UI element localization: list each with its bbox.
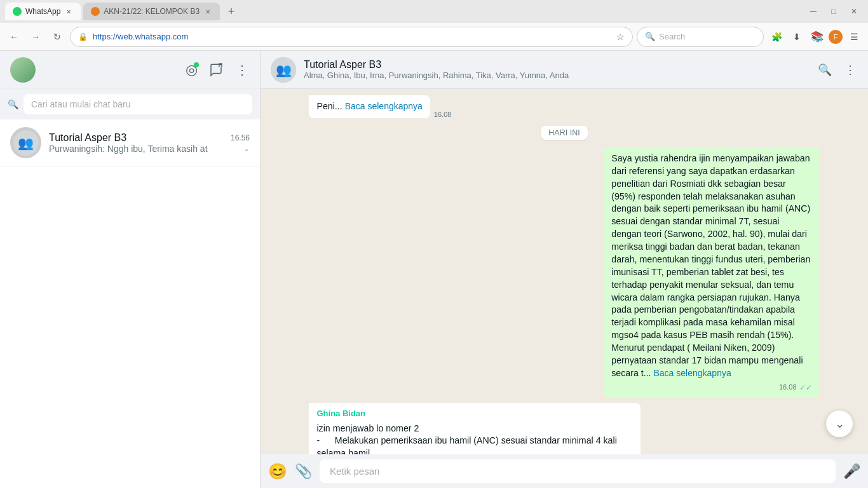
window-minimize[interactable]: ─	[804, 3, 822, 20]
bubble-preview: Peni... Baca selengkapnya	[309, 95, 430, 118]
menu-icon[interactable]: ☰	[845, 28, 863, 46]
read-more-preview[interactable]: Baca selengkapnya	[345, 101, 423, 111]
search-box: 🔍	[0, 89, 260, 119]
message-row-ghina: Ghina Bidan izin menjawab lo nomer 2 - M…	[309, 403, 819, 454]
nav-back[interactable]: ←	[5, 28, 23, 46]
tab-whatsapp[interactable]: WhatsApp ✕	[5, 3, 81, 20]
download-icon[interactable]: ⬇	[788, 28, 806, 46]
new-chat-icon[interactable]	[209, 62, 224, 78]
tab-label-akn: AKN-21/22: KELOMPOK B3	[104, 7, 200, 16]
chat-avatar-tutorial: 👥	[10, 127, 41, 158]
tab-label-whatsapp: WhatsApp	[25, 7, 60, 16]
bubble-sent: Saya yustia rahendra ijin menyampaikan j…	[604, 147, 819, 398]
nav-bar: ← → ↻ 🔒 https://web.whatsapp.com ☆ 🔍 Sea…	[0, 23, 868, 51]
chat-header-name: Tutorial Asper B3	[304, 59, 810, 71]
emoji-button[interactable]: 😊	[268, 463, 287, 480]
tab-akn[interactable]: AKN-21/22: KELOMPOK B3 ✕	[83, 3, 220, 20]
extensions-icon[interactable]: 🧩	[768, 28, 785, 46]
chat-header-members: Alma, Ghina, Ibu, Irna, Purwaningsih, Ra…	[304, 71, 749, 80]
message-row-sent: Saya yustia rahendra ijin menyampaikan j…	[309, 147, 819, 398]
day-divider: HARI INI	[309, 126, 819, 140]
bookmarks-icon[interactable]: 📚	[808, 28, 826, 46]
chat-item-tutorial[interactable]: 👥 Tutorial Asper B3 16.56 Purwaningsih: …	[0, 119, 260, 166]
bubble-sent-time: 16.08	[779, 383, 797, 392]
nav-icons: 🧩 ⬇ 📚 F ☰	[768, 28, 863, 46]
chat-list: 👥 Tutorial Asper B3 16.56 Purwaningsih: …	[0, 119, 260, 488]
chat-time: 16.56	[231, 133, 250, 142]
sidebar-icons: ◎ ⋮	[184, 62, 250, 78]
chat-preview: Purwaningsih: Nggh ibu, Terima kasih ata…	[49, 144, 208, 154]
address-text: https://web.whatsapp.com	[93, 32, 188, 41]
window-maximize[interactable]: □	[825, 3, 843, 20]
tab-close-whatsapp[interactable]: ✕	[64, 7, 73, 16]
sidebar: ◎ ⋮ 🔍 👥	[0, 51, 261, 488]
status-icon[interactable]: ◎	[184, 62, 199, 78]
chat-header: 👥 Tutorial Asper B3 Alma, Ghina, Ibu, Ir…	[261, 51, 868, 89]
tab-favicon-akn	[91, 7, 100, 16]
search-icon-sidebar: 🔍	[8, 99, 18, 109]
chat-name: Tutorial Asper B3	[49, 132, 126, 144]
time-preview: 16.08	[434, 111, 452, 118]
chevron-icon: ⌄	[243, 144, 250, 153]
chat-header-icons: 🔍 ⋮	[817, 62, 858, 78]
star-icon[interactable]: ☆	[616, 32, 625, 42]
scroll-to-bottom[interactable]: ⌄	[826, 410, 853, 437]
lock-icon: 🔒	[78, 32, 88, 41]
sender-name-ghina: Ghina Bidan	[316, 408, 633, 419]
message-input[interactable]	[320, 459, 836, 483]
chat-input-bar: 😊 📎 🎤	[261, 454, 868, 488]
status-dot	[194, 62, 199, 67]
sidebar-header: ◎ ⋮	[0, 51, 260, 89]
tab-bar: WhatsApp ✕ AKN-21/22: KELOMPOK B3 ✕ + ─ …	[0, 0, 868, 23]
tab-close-akn[interactable]: ✕	[203, 7, 212, 16]
chat-header-info: Tutorial Asper B3 Alma, Ghina, Ibu, Irna…	[304, 59, 810, 80]
search-bar[interactable]: 🔍 Search	[637, 27, 764, 47]
chat-area: 👥 Tutorial Asper B3 Alma, Ghina, Ibu, Ir…	[261, 51, 868, 488]
tab-favicon-whatsapp	[13, 7, 22, 16]
menu-dots-icon[interactable]: ⋮	[234, 62, 250, 78]
chat-info-tutorial: Tutorial Asper B3 16.56 Purwaningsih: Ng…	[49, 132, 250, 154]
nav-forward[interactable]: →	[27, 28, 44, 46]
window-close[interactable]: ✕	[845, 3, 863, 20]
message-row-preview: Peni... Baca selengkapnya 16.08	[309, 95, 819, 118]
chat-menu-icon[interactable]: ⋮	[843, 62, 858, 78]
nav-refresh[interactable]: ↻	[48, 28, 66, 46]
messages-container: Peni... Baca selengkapnya 16.08 HARI INI…	[261, 89, 868, 454]
avatar[interactable]	[10, 57, 36, 83]
attach-button[interactable]: 📎	[295, 463, 312, 480]
profile-icon[interactable]: F	[829, 30, 843, 44]
bubble-preview-text: Peni...	[316, 101, 342, 111]
mic-button[interactable]: 🎤	[843, 463, 860, 480]
group-avatar[interactable]: 👥	[271, 57, 296, 83]
bubble-ghina-text: izin menjawab lo nomer 2 - Melakukan pem…	[316, 423, 633, 454]
bubble-sent-text: Saya yustia rahendra ijin menyampaikan j…	[611, 153, 810, 378]
app-container: ◎ ⋮ 🔍 👥	[0, 51, 868, 488]
search-label: Search	[659, 32, 685, 41]
browser-chrome: WhatsApp ✕ AKN-21/22: KELOMPOK B3 ✕ + ─ …	[0, 0, 868, 51]
chat-search-icon[interactable]: 🔍	[817, 62, 832, 78]
search-icon: 🔍	[645, 32, 655, 41]
tab-new-button[interactable]: +	[222, 3, 240, 20]
read-more-sent[interactable]: Baca selengkapnya	[654, 368, 731, 378]
address-bar[interactable]: 🔒 https://web.whatsapp.com ☆	[70, 27, 633, 47]
bubble-ghina: Ghina Bidan izin menjawab lo nomer 2 - M…	[309, 403, 641, 454]
read-tick: ✓✓	[799, 383, 812, 393]
search-input[interactable]	[24, 94, 252, 114]
day-label: HARI INI	[541, 126, 587, 140]
